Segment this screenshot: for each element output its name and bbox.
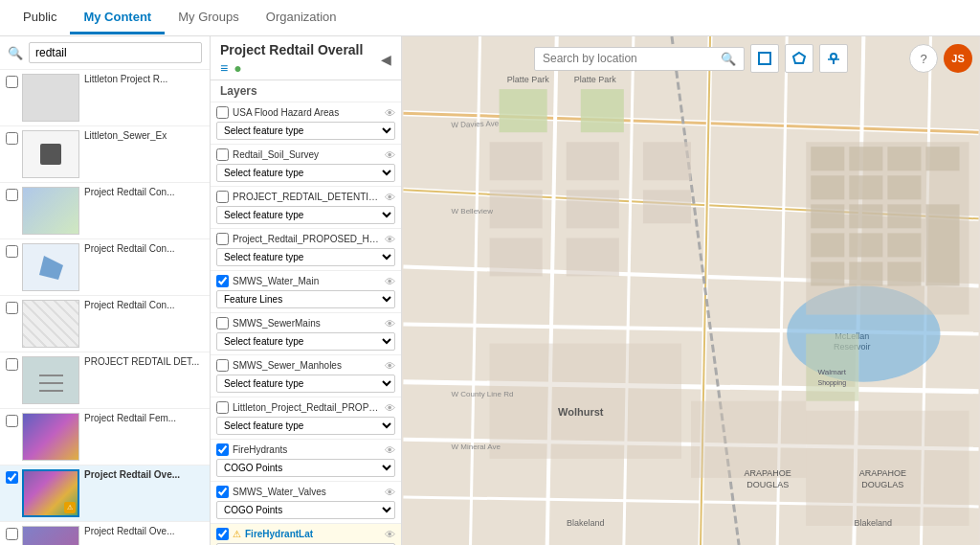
layer-feature-type-select[interactable]: Select feature type (216, 375, 395, 393)
item-checkbox-selected[interactable] (6, 471, 18, 484)
item-thumbnail-selected: ⚠ (22, 469, 79, 517)
item-title: Littleton_Sewer_Ex (84, 130, 167, 141)
svg-text:ARAPAHOE: ARAPAHOE (744, 468, 791, 478)
item-checkbox[interactable] (6, 76, 18, 88)
list-item-selected[interactable]: ⚠ Project Redtail Ove... (0, 466, 210, 522)
draw-rectangle-button[interactable] (750, 44, 779, 73)
layer-checkbox[interactable] (216, 148, 229, 161)
layer-feature-type-select[interactable]: Select feature type (216, 417, 395, 435)
layer-feature-type-select[interactable]: Select feature type (216, 164, 395, 182)
layer-item: SMWS_Sewer_Manholes 👁 Select feature typ… (211, 355, 401, 397)
layer-visibility-icon[interactable]: 👁 (385, 487, 395, 498)
layer-visibility-icon[interactable]: 👁 (385, 234, 395, 245)
layer-checkbox[interactable] (216, 486, 229, 498)
layer-visibility-icon[interactable]: 👁 (385, 402, 395, 414)
layer-item-warning: ⚠ FireHydrantLat 👁 Select feature type (211, 524, 401, 545)
layer-visibility-icon[interactable]: 👁 (385, 192, 395, 203)
sidebar-search-input[interactable] (29, 42, 202, 63)
layer-checkbox[interactable] (216, 317, 229, 329)
panel-collapse-button[interactable]: ◀ (381, 52, 391, 67)
tab-public[interactable]: Public (10, 2, 70, 34)
layer-name: SMWS_Water_Main (233, 276, 381, 286)
help-button[interactable]: ? (909, 44, 938, 73)
user-avatar-button[interactable]: JS (944, 44, 972, 73)
layer-feature-type-select[interactable]: Select feature type (216, 332, 395, 351)
layer-visibility-icon[interactable]: 👁 (385, 529, 395, 540)
svg-text:Wolhurst: Wolhurst (558, 406, 604, 418)
layer-checkbox[interactable] (216, 401, 229, 414)
svg-point-75 (831, 54, 836, 59)
svg-rect-49 (887, 233, 921, 257)
layer-feature-type-select[interactable]: Select feature type (216, 248, 395, 266)
svg-rect-55 (691, 401, 806, 478)
layer-header: Littleton_Project_Redtail_PROPOSED_WATER… (216, 401, 395, 414)
item-checkbox[interactable] (6, 528, 18, 540)
layer-visibility-icon[interactable]: 👁 (385, 444, 395, 456)
layer-name: FireHydrants (233, 444, 381, 455)
panel-title-area: Project Redtail Overall ≡ ● (220, 42, 375, 76)
layer-feature-type-select[interactable]: COGO Points Select feature type (216, 459, 395, 477)
layer-visibility-icon[interactable]: 👁 (385, 107, 395, 119)
layer-checkbox[interactable] (216, 359, 229, 372)
map-search-input[interactable] (543, 52, 721, 65)
layer-feature-type-select[interactable]: Select feature type (216, 122, 395, 140)
item-checkbox[interactable] (6, 358, 18, 371)
item-thumbnail (22, 74, 79, 122)
layer-checkbox[interactable] (216, 275, 229, 287)
map-container[interactable]: McLellan Reservoir (402, 36, 980, 545)
list-item: Littleton Project R... (0, 70, 210, 126)
layer-checkbox[interactable] (216, 443, 229, 456)
tab-my-content[interactable]: My Content (70, 2, 165, 34)
svg-rect-53 (925, 204, 959, 285)
draw-polygon-button[interactable] (785, 44, 813, 73)
layer-visibility-icon[interactable]: 👁 (385, 149, 395, 161)
map-toolbar: 🔍 (402, 44, 980, 73)
tab-organization[interactable]: Organization (253, 2, 350, 34)
svg-text:Blakeland: Blakeland (567, 518, 605, 528)
svg-rect-50 (811, 261, 844, 285)
svg-rect-39 (887, 147, 921, 170)
item-checkbox[interactable] (6, 245, 18, 258)
layer-checkbox[interactable] (216, 233, 229, 245)
svg-rect-26 (567, 142, 619, 180)
warning-badge: ⚠ (64, 502, 76, 513)
location-pin-button[interactable] (819, 44, 848, 73)
layer-header: USA Flood Hazard Areas 👁 (216, 106, 395, 119)
svg-text:Blakeland: Blakeland (855, 518, 893, 528)
svg-text:W Belleview: W Belleview (452, 207, 494, 216)
svg-text:W Davies Ave: W Davies Ave (451, 119, 499, 129)
layer-checkbox[interactable] (216, 106, 229, 119)
layer-visibility-icon[interactable]: 👁 (385, 360, 395, 372)
sidebar-search-bar: 🔍 (0, 36, 210, 70)
top-navigation: Public My Content My Groups Organization (0, 0, 980, 36)
svg-rect-27 (567, 190, 619, 228)
item-info: Project Redtail Ove... (79, 526, 174, 536)
layer-checkbox[interactable] (216, 191, 229, 203)
layer-feature-type-select[interactable]: Feature Lines Select feature type (216, 290, 395, 308)
item-thumbnail (22, 130, 79, 178)
item-checkbox[interactable] (6, 302, 18, 314)
svg-rect-43 (887, 175, 921, 199)
layer-feature-type-select[interactable]: Select feature type (216, 206, 395, 224)
layer-header: FireHydrants 👁 (216, 443, 395, 456)
item-checkbox[interactable] (6, 189, 18, 201)
layer-feature-type-select[interactable]: COGO Points Select feature type (216, 501, 395, 519)
map-search-icon: 🔍 (721, 52, 736, 66)
layers-list: USA Flood Hazard Areas 👁 Select feature … (211, 102, 401, 545)
layer-name: PROJECT_REDTAIL_DETENTION (233, 192, 381, 202)
tab-my-groups[interactable]: My Groups (165, 2, 253, 34)
layer-item: FireHydrants 👁 COGO Points Select featur… (211, 440, 401, 482)
layer-visibility-icon[interactable]: 👁 (385, 318, 395, 329)
panel-title: Project Redtail Overall (220, 42, 375, 57)
item-checkbox[interactable] (6, 415, 18, 427)
map-panel: McLellan Reservoir (402, 36, 980, 545)
layer-checkbox[interactable] (216, 528, 229, 540)
item-title: Project Redtail Con... (84, 300, 175, 310)
sidebar-items-list: Littleton Project R... Littleton_Sewer_E… (0, 70, 210, 545)
svg-rect-30 (643, 190, 691, 223)
svg-rect-52 (887, 261, 921, 285)
layer-header: Redtail_Soil_Survey 👁 (216, 148, 395, 161)
layer-item: Project_Redtail_PROPOSED_HYDRANTS 👁 Sele… (211, 229, 401, 271)
layer-visibility-icon[interactable]: 👁 (385, 276, 395, 287)
item-checkbox[interactable] (6, 132, 18, 145)
